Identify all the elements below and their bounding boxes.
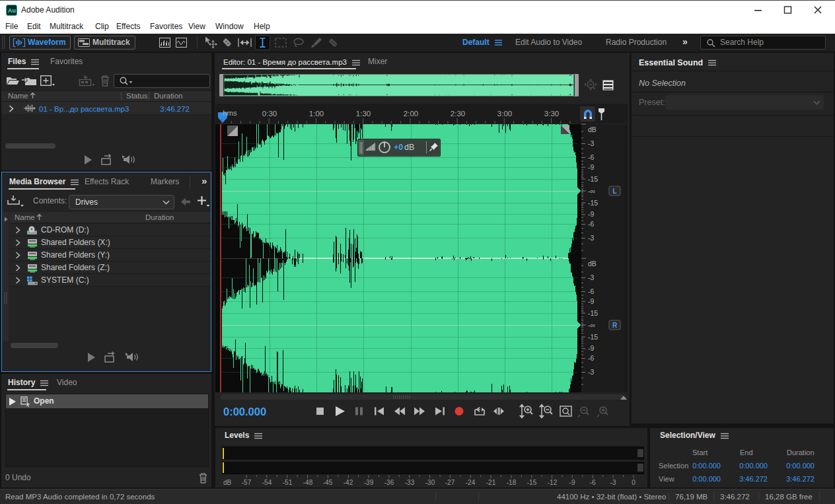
svg-text:-54: -54 [262,479,272,486]
svg-text:dB: dB [223,479,232,486]
svg-text:-33: -33 [405,479,415,486]
svg-text:hms: hms [223,109,237,117]
svg-text:0: 0 [632,479,635,486]
svg-text:-3: -3 [588,368,594,376]
svg-text:-51: -51 [283,479,293,486]
svg-text:-9: -9 [588,210,594,218]
svg-text:1:00: 1:00 [309,110,324,118]
svg-text:-48: -48 [303,479,313,486]
svg-text:-3: -3 [610,479,616,486]
svg-text:dB: dB [588,260,597,268]
svg-text:1:30: 1:30 [356,110,371,118]
svg-text:-6: -6 [590,479,596,486]
svg-text:R: R [612,322,618,329]
svg-text:-6: -6 [588,287,594,295]
svg-text:-9: -9 [588,297,594,305]
svg-text:-3: -3 [588,139,594,147]
svg-text:dB: dB [588,126,597,133]
svg-text:-15: -15 [588,333,598,341]
svg-text:-15: -15 [588,309,598,317]
svg-text:-∞: -∞ [588,187,595,195]
svg-text:-45: -45 [323,479,333,486]
svg-text:-36: -36 [384,479,394,486]
svg-text:3:00: 3:00 [497,110,512,118]
svg-text:-18: -18 [507,479,517,486]
svg-text:-9: -9 [588,163,594,171]
svg-text:-57: -57 [242,479,252,486]
svg-text:-9: -9 [569,479,575,486]
svg-text:-6: -6 [588,354,594,362]
svg-text:-3: -3 [588,273,594,281]
svg-text:-15: -15 [527,479,537,486]
svg-text:2:30: 2:30 [451,110,465,118]
svg-text:-3: -3 [588,234,594,242]
svg-text:-24: -24 [466,479,476,486]
svg-text:-12: -12 [548,479,558,486]
svg-text:-6: -6 [588,153,594,161]
svg-text:-15: -15 [588,175,598,183]
svg-text:-6: -6 [588,220,594,228]
svg-text:-9: -9 [588,344,594,352]
svg-text:-∞: -∞ [588,321,595,329]
svg-text:-15: -15 [588,199,598,207]
svg-text:-27: -27 [445,479,455,486]
svg-text:-30: -30 [425,479,435,486]
svg-text:L: L [612,188,616,195]
svg-text:-39: -39 [364,479,374,486]
svg-text:0:30: 0:30 [262,110,277,118]
svg-text:-21: -21 [486,479,496,486]
svg-text:3:30: 3:30 [544,110,559,118]
svg-text:-42: -42 [344,479,353,486]
svg-text:2:00: 2:00 [404,110,418,118]
